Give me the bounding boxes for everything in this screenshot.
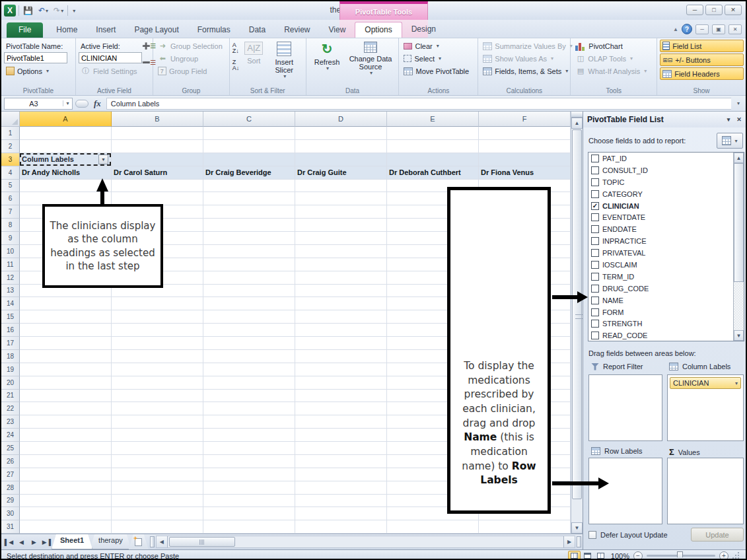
cell-D8[interactable] (295, 219, 387, 232)
zoom-level[interactable]: 100% (611, 552, 629, 560)
defer-layout-checkbox[interactable] (588, 531, 596, 539)
tab-home[interactable]: Home (47, 22, 87, 38)
tab-view[interactable]: View (320, 22, 355, 38)
field-settings-button[interactable]: ⓘ Field Settings (79, 65, 142, 77)
cell-C26[interactable] (203, 455, 295, 468)
cell-E2[interactable] (387, 140, 479, 153)
field-scroll-up-icon[interactable]: ▲ (734, 153, 744, 163)
tab-formulas[interactable]: Formulas (188, 22, 240, 38)
clinician-header-cell-F4[interactable]: Dr Fiona Venus (479, 166, 571, 180)
cell-E3[interactable] (387, 153, 479, 166)
cell-B14[interactable] (112, 297, 203, 310)
cell-C30[interactable] (203, 507, 295, 520)
row-labels-area[interactable] (588, 458, 662, 524)
field-headers-toggle-button[interactable]: Field Headers (660, 67, 744, 80)
cell-B30[interactable] (112, 507, 203, 520)
group-label-tools[interactable]: Tools (571, 87, 657, 94)
row-header-31[interactable]: 31 (1, 520, 20, 534)
row-header-19[interactable]: 19 (1, 363, 20, 376)
scroll-right-icon[interactable]: ▶ (563, 536, 575, 547)
show-values-as-button[interactable]: Show Values As▾ (481, 52, 568, 65)
cell-D27[interactable] (295, 468, 387, 481)
minimize-button[interactable]: ─ (686, 5, 703, 15)
update-button[interactable]: Update (691, 528, 744, 542)
row-header-13[interactable]: 13 (1, 285, 20, 298)
row-header-21[interactable]: 21 (1, 390, 20, 403)
cell-C10[interactable] (203, 245, 295, 258)
cell-C17[interactable] (203, 337, 295, 350)
cell-B3[interactable] (112, 153, 203, 166)
collapse-entire-field-button[interactable]: ➖☰ (142, 59, 154, 66)
pane-close-icon[interactable]: ✕ (734, 115, 744, 125)
pane-menu-icon[interactable]: ▾ (723, 115, 734, 125)
row-header-5[interactable]: 5 (1, 180, 20, 193)
group-label-sort-filter[interactable]: Sort & Filter (230, 87, 306, 94)
cell-C28[interactable] (203, 481, 295, 495)
clinician-header-cell-A4[interactable]: Dr Andy Nicholls (20, 166, 112, 180)
row-header-29[interactable]: 29 (1, 495, 20, 508)
checkbox-icon[interactable] (591, 213, 599, 221)
field-list-toggle-button[interactable]: Field List (660, 40, 744, 52)
row-header-3[interactable]: 3 (1, 153, 20, 166)
cell-D1[interactable] (295, 127, 387, 140)
clinician-header-cell-D4[interactable]: Dr Craig Guite (295, 166, 387, 180)
checkbox-checked-icon[interactable]: ✓ (591, 202, 599, 210)
last-sheet-icon[interactable]: ▶▐ (41, 536, 52, 547)
group-selection-button[interactable]: ➜ Group Selection (156, 40, 227, 52)
what-if-analysis-button[interactable]: ▤ What-If Analysis▾ (573, 65, 655, 77)
cell-D6[interactable] (295, 192, 387, 205)
checkbox-icon[interactable] (591, 225, 599, 233)
field-item-privateval[interactable]: PRIVATEVAL (588, 247, 744, 259)
horizontal-scrollbar[interactable]: ◀ ▶ (156, 536, 575, 548)
column-header-B[interactable]: B (112, 112, 203, 127)
select-all-corner[interactable] (1, 112, 20, 127)
row-header-17[interactable]: 17 (1, 337, 20, 350)
cell-E1[interactable] (387, 127, 479, 140)
cell-D20[interactable] (295, 376, 387, 390)
next-sheet-icon[interactable]: ▶ (28, 536, 40, 547)
cell-C18[interactable] (203, 350, 295, 363)
cell-A3[interactable]: Column Labels▼ (20, 153, 112, 166)
field-item-name[interactable]: NAME (588, 295, 744, 306)
first-sheet-icon[interactable]: ▌◀ (3, 536, 15, 547)
field-item-inpractice[interactable]: INPRACTICE (588, 235, 744, 247)
save-button[interactable]: 💾 (22, 6, 34, 15)
row-header-6[interactable]: 6 (1, 192, 20, 205)
cell-C21[interactable] (203, 390, 295, 403)
cell-A2[interactable] (20, 140, 112, 153)
cell-B16[interactable] (112, 324, 203, 337)
row-header-18[interactable]: 18 (1, 350, 20, 363)
cell-A17[interactable] (20, 337, 112, 350)
tab-design[interactable]: Design (402, 22, 445, 38)
row-header-15[interactable]: 15 (1, 310, 20, 324)
group-label-actions[interactable]: Actions (399, 87, 478, 94)
cell-B24[interactable] (112, 429, 203, 442)
cell-D10[interactable] (295, 245, 387, 258)
cell-D13[interactable] (295, 285, 387, 298)
row-header-7[interactable]: 7 (1, 205, 20, 219)
name-box-dropdown-icon[interactable]: ▾ (63, 100, 72, 106)
group-label-group[interactable]: Group (153, 87, 229, 94)
tab-review[interactable]: Review (275, 22, 319, 38)
olap-tools-button[interactable]: ◫ OLAP Tools▾ (573, 52, 655, 65)
checkbox-icon[interactable] (591, 166, 599, 174)
checkbox-icon[interactable] (591, 273, 599, 281)
workbook-close-button[interactable]: ✕ (729, 24, 742, 34)
row-header-28[interactable]: 28 (1, 481, 20, 495)
cell-F1[interactable] (479, 127, 571, 140)
field-scrollbar-thumb[interactable] (734, 163, 744, 282)
cell-C2[interactable] (203, 140, 295, 153)
field-item-strength[interactable]: STRENGTH (588, 318, 744, 330)
row-header-10[interactable]: 10 (1, 245, 20, 258)
cell-A19[interactable] (20, 363, 112, 376)
row-header-27[interactable]: 27 (1, 468, 20, 481)
vertical-split-handle[interactable] (571, 112, 583, 118)
cell-B18[interactable] (112, 350, 203, 363)
group-field-button[interactable]: 7 Group Field (156, 65, 227, 77)
field-item-eventdate[interactable]: EVENTDATE (588, 211, 744, 223)
cell-D7[interactable] (295, 205, 387, 219)
insert-slicer-button[interactable]: Insert Slicer▾ (268, 40, 300, 85)
row-header-2[interactable]: 2 (1, 140, 20, 153)
vertical-scrollbar-thumb[interactable] (572, 129, 582, 499)
scrollbar-split-handle[interactable] (577, 536, 581, 547)
